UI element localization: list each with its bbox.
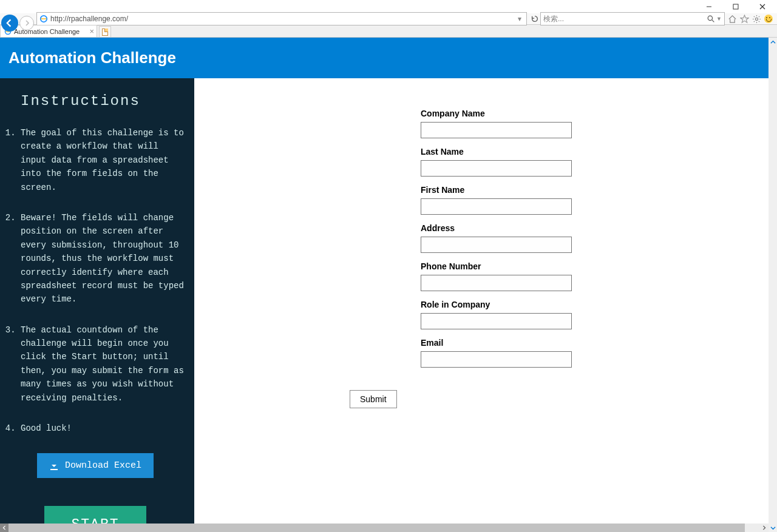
instruction-item: The goal of this challenge is to create … (21, 126, 185, 194)
field-address: Address (421, 223, 769, 253)
home-icon[interactable] (727, 14, 737, 24)
scroll-up-icon[interactable] (769, 38, 777, 46)
start-button[interactable]: START (44, 506, 146, 524)
address-bar[interactable]: http://rpachallenge.com/ ▾ (36, 12, 527, 25)
ie-icon (39, 15, 48, 23)
download-label: Download Excel (65, 460, 141, 471)
instructions-sidebar: Instructions The goal of this challenge … (0, 78, 194, 524)
field-company-name: Company Name (421, 109, 769, 138)
input-last-name[interactable] (421, 160, 572, 177)
window-maximize-button[interactable] (722, 0, 749, 13)
page-content: Automation Challenge Instructions The go… (0, 38, 769, 524)
label-first-name: First Name (421, 185, 769, 195)
download-excel-button[interactable]: Download Excel (37, 453, 154, 478)
input-address[interactable] (421, 237, 572, 253)
label-email: Email (421, 338, 769, 348)
instruction-item: Good luck! (21, 422, 185, 435)
search-dropdown-icon[interactable]: ▼ (716, 16, 722, 22)
field-role-in-company: Role in Company (421, 300, 769, 329)
address-text: http://rpachallenge.com/ (50, 15, 128, 23)
form-area: Company Name Last Name First Name Addres… (194, 78, 769, 524)
field-email: Email (421, 338, 769, 368)
instructions-list: The goal of this challenge is to create … (6, 126, 185, 435)
new-tab-button[interactable] (99, 26, 111, 37)
viewport: Automation Challenge Instructions The go… (0, 38, 777, 532)
label-role-in-company: Role in Company (421, 300, 769, 309)
instructions-heading: Instructions (21, 93, 185, 109)
tab-close-button[interactable]: × (89, 27, 94, 36)
input-company-name[interactable] (421, 122, 572, 138)
svg-line-6 (712, 20, 714, 22)
window-close-button[interactable] (749, 0, 776, 13)
scroll-right-icon[interactable] (760, 524, 769, 532)
label-company-name: Company Name (421, 109, 769, 118)
input-email[interactable] (421, 351, 572, 368)
nav-back-button[interactable] (1, 15, 18, 32)
label-phone-number: Phone Number (421, 261, 769, 271)
field-first-name: First Name (421, 185, 769, 215)
reload-button[interactable] (529, 13, 540, 24)
favorites-icon[interactable] (739, 14, 749, 24)
scroll-left-icon[interactable] (0, 524, 8, 532)
svg-point-5 (708, 16, 712, 20)
search-icon[interactable] (707, 15, 715, 23)
svg-point-7 (755, 18, 758, 20)
horizontal-scrollbar[interactable] (0, 524, 769, 532)
instruction-item: The actual countdown of the challenge wi… (21, 323, 185, 405)
window-titlebar (0, 0, 777, 13)
nav-forward-button[interactable] (19, 16, 34, 30)
window-minimize-button[interactable] (696, 0, 722, 13)
browser-toolbar: http://rpachallenge.com/ ▾ 検索... ▼ (0, 13, 777, 25)
tab-strip: Automation Challenge × (0, 25, 777, 38)
settings-icon[interactable] (752, 14, 761, 24)
search-placeholder: 検索... (543, 14, 564, 24)
input-role-in-company[interactable] (421, 313, 572, 329)
svg-rect-1 (733, 4, 738, 9)
download-icon (49, 461, 59, 471)
input-phone-number[interactable] (421, 275, 572, 291)
feedback-smiley-icon[interactable] (764, 14, 773, 24)
page-title: Automation Challenge (0, 38, 769, 78)
input-first-name[interactable] (421, 198, 572, 215)
submit-button[interactable]: Submit (350, 390, 397, 408)
field-phone-number: Phone Number (421, 261, 769, 291)
label-last-name: Last Name (421, 147, 769, 157)
field-last-name: Last Name (421, 147, 769, 177)
label-address: Address (421, 223, 769, 233)
address-dropdown-icon[interactable]: ▾ (515, 15, 524, 23)
search-bar[interactable]: 検索... ▼ (540, 12, 725, 25)
scroll-thumb[interactable] (8, 524, 745, 532)
vertical-scrollbar[interactable] (769, 38, 777, 532)
scroll-down-icon[interactable] (769, 524, 777, 532)
instruction-item: Beware! The fields will change position … (21, 211, 185, 306)
